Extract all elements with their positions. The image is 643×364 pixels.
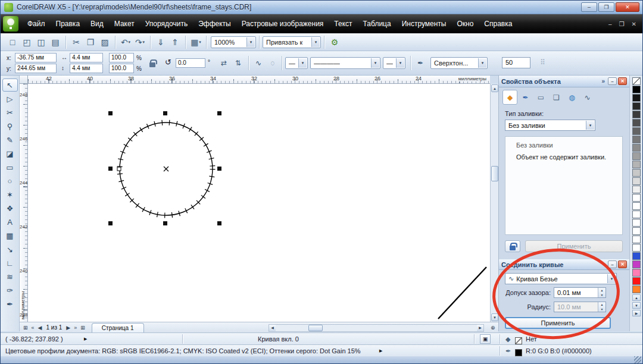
freehand-tool[interactable]: ✎: [2, 133, 18, 146]
menu-item-8[interactable]: Текст: [329, 14, 357, 33]
tab-curve[interactable]: ∿: [580, 90, 595, 105]
scroll-left-icon[interactable]: ◀: [269, 325, 276, 331]
line-style-combo[interactable]: ———— ▾: [310, 57, 380, 69]
scale-x-field[interactable]: 100.0: [109, 53, 134, 62]
eyedropper-tool[interactable]: ✑: [2, 284, 18, 297]
doc-close-icon[interactable]: ✕: [632, 21, 636, 27]
outline-pen-tool[interactable]: ✒: [2, 297, 18, 310]
corel-balloon-icon[interactable]: [3, 16, 18, 32]
ruler-origin-box[interactable]: [20, 76, 28, 84]
spin-up-icon[interactable]: ▲: [598, 302, 605, 307]
menu-item-12[interactable]: Справка: [479, 14, 517, 33]
undo-button[interactable]: ↶▾: [118, 35, 133, 49]
pick-tool[interactable]: ↖: [2, 79, 18, 92]
spinner-arrows[interactable]: ▲▼: [598, 288, 605, 297]
palette-swatch-16[interactable]: [632, 211, 641, 218]
paste-button[interactable]: ▨: [98, 35, 112, 49]
cut-button[interactable]: ✂: [69, 35, 83, 49]
menu-item-5[interactable]: Упорядочить: [140, 14, 193, 33]
rotation-angle-field[interactable]: 0.0: [176, 58, 205, 68]
palette-swatch-18[interactable]: [632, 227, 641, 235]
scroll-up-icon[interactable]: ▲: [491, 84, 498, 92]
palette-swatch-20[interactable]: [632, 244, 641, 252]
lock-ratio-button[interactable]: [146, 57, 159, 70]
previous-page-icon[interactable]: ◀: [38, 325, 42, 331]
docker-close-button[interactable]: ✕: [618, 261, 627, 268]
horizontal-ruler[interactable]: 42403836343230282624 миллиметры: [28, 76, 490, 84]
smart-fill-tool[interactable]: ◪: [2, 147, 18, 160]
close-button[interactable]: ✕: [616, 2, 639, 12]
palette-expand-icon[interactable]: ▶: [632, 310, 641, 316]
app-launcher-button[interactable]: ▦▾: [189, 35, 203, 49]
zoom-fit-icon[interactable]: ⊕: [491, 325, 495, 331]
palette-scroll-up-icon[interactable]: ▲: [632, 294, 641, 301]
doc-minimize-icon[interactable]: –: [608, 21, 612, 27]
radius-field[interactable]: 10.0 мм ▲▼: [554, 302, 606, 312]
doc-restore-icon[interactable]: ❐: [619, 21, 625, 27]
palette-swatch-23[interactable]: [632, 269, 641, 277]
horizontal-scroll-thumb[interactable]: [308, 325, 323, 331]
rectangle-tool[interactable]: ▭: [2, 161, 18, 174]
menu-item-1[interactable]: Файл: [22, 14, 51, 33]
spin-down-icon[interactable]: ▼: [598, 293, 605, 297]
menu-item-4[interactable]: Макет: [109, 14, 140, 33]
palette-swatch-8[interactable]: [632, 144, 641, 152]
scroll-down-icon[interactable]: ▼: [491, 313, 498, 321]
palette-no-color-swatch[interactable]: [632, 77, 641, 85]
new-document-button[interactable]: □: [5, 35, 20, 49]
selection-handles[interactable]: [108, 111, 221, 225]
spinner-arrows[interactable]: ▲▼: [598, 302, 605, 312]
copy-button[interactable]: ❐: [83, 35, 98, 49]
basic-shapes-tool[interactable]: ❖: [2, 202, 18, 215]
arrowhead-end-combo[interactable]: — ▾: [383, 57, 405, 69]
maximize-button[interactable]: ❐: [598, 2, 614, 12]
menu-item-10[interactable]: Инструменты: [397, 14, 452, 33]
palette-swatch-1[interactable]: [632, 86, 641, 93]
gap-tolerance-field[interactable]: 0.01 мм ▲▼: [554, 287, 606, 298]
y-position-field[interactable]: 244.65 мм: [15, 64, 57, 73]
docker-close-button[interactable]: ✕: [618, 77, 627, 85]
snap-to-combo[interactable]: Привязать к ▾: [263, 36, 321, 48]
object-height-field[interactable]: 4.4 мм: [70, 64, 103, 73]
scroll-right-icon[interactable]: ▶: [477, 325, 483, 331]
palette-swatch-11[interactable]: [632, 169, 641, 177]
redo-button[interactable]: ↷▾: [133, 35, 147, 49]
add-page-icon[interactable]: ⊞: [80, 325, 85, 331]
docker-expand-icon[interactable]: »: [601, 78, 605, 84]
apply-join-button[interactable]: Применить: [505, 317, 611, 329]
outline-pen-icon[interactable]: ✒: [414, 57, 427, 70]
connector-tool[interactable]: ∟: [2, 256, 18, 269]
minimize-button[interactable]: –: [581, 2, 597, 12]
polygon-tool[interactable]: ✶: [2, 188, 18, 201]
docker-minimize-button[interactable]: –: [608, 77, 617, 85]
tab-fill[interactable]: ◆: [502, 90, 517, 105]
drawing-canvas[interactable]: [28, 84, 490, 322]
docker-minimize-button[interactable]: –: [608, 261, 617, 268]
tab-internet[interactable]: ◍: [564, 90, 579, 105]
palette-swatch-10[interactable]: [632, 161, 641, 168]
menu-item-7[interactable]: Растровые изображения: [236, 14, 329, 33]
palette-swatch-5[interactable]: [632, 119, 641, 127]
menu-item-6[interactable]: Эффекты: [193, 14, 236, 33]
next-page-icon[interactable]: ▶: [66, 325, 70, 331]
menu-item-11[interactable]: Окно: [451, 14, 479, 33]
spin-down-icon[interactable]: ▼: [598, 307, 605, 312]
tab-outline[interactable]: ✒: [518, 90, 533, 105]
curve-line-object[interactable]: [438, 267, 486, 319]
page-tab[interactable]: Страница 1: [92, 323, 144, 332]
open-button[interactable]: ◰: [20, 35, 34, 49]
last-page-icon[interactable]: »: [74, 325, 77, 331]
vertical-ruler[interactable]: 248246244242240238 миллиметры: [20, 84, 28, 322]
print-button[interactable]: ▤: [48, 35, 63, 49]
dimension-tool[interactable]: ↘: [2, 243, 18, 256]
palette-swatch-13[interactable]: [632, 186, 641, 193]
add-page-icon[interactable]: ⊞: [23, 325, 28, 331]
mirror-vertical-button[interactable]: ⇅: [232, 57, 245, 70]
menu-item-3[interactable]: Вид: [85, 14, 109, 33]
opacity-spinner[interactable]: 50: [502, 57, 530, 68]
apply-fill-button[interactable]: Применить: [525, 240, 623, 252]
arrowhead-start-combo[interactable]: — ▾: [285, 57, 308, 69]
spin-up-icon[interactable]: ▲: [598, 288, 605, 293]
resize-grip[interactable]: [634, 356, 641, 363]
palette-swatch-17[interactable]: [632, 219, 641, 227]
